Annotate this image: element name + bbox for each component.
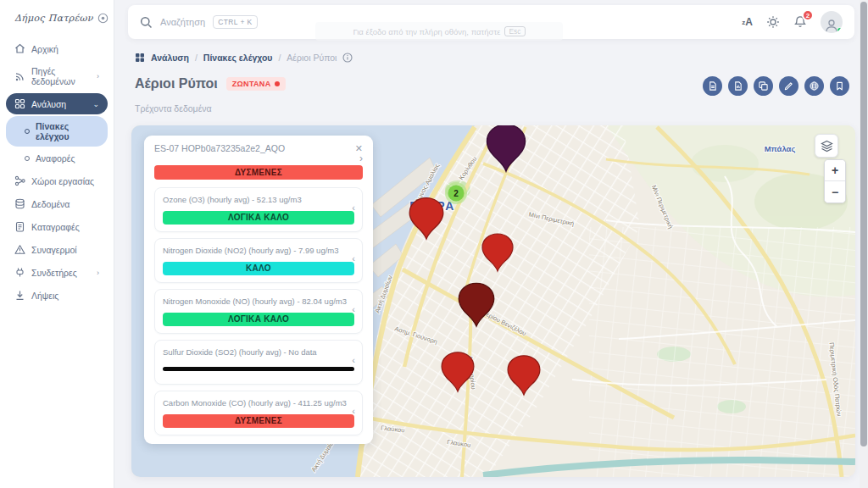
breadcrumb: Ανάλυση / Πίνακες ελέγχου / Αέριοι Ρύποι	[135, 53, 353, 63]
live-dot-icon	[275, 81, 280, 86]
map-label: Μπάλας	[765, 144, 796, 153]
metric-status-bar: ΔΥΣΜΕΝΕΣ	[163, 414, 354, 428]
metric-status-bar: ΛΟΓΙΚΑ ΚΑΛΟ	[163, 313, 354, 326]
overall-status-bar: ΔΥΣΜΕΝΕΣ	[154, 165, 363, 180]
edit-button[interactable]	[779, 76, 798, 96]
notifications-bell-icon[interactable]: 2	[793, 15, 807, 29]
sidebar-item-workspaces[interactable]: Χώροι εργασίας	[6, 170, 108, 191]
zoom-out-button[interactable]: −	[825, 181, 845, 202]
bullet-icon	[25, 129, 30, 134]
metric-label: Sulfur Dioxide (SO2) (hourly avg) - No d…	[163, 347, 354, 357]
map-layers-button[interactable]	[815, 134, 838, 158]
sidebar-item-data[interactable]: Δεδομένα	[6, 193, 108, 214]
header-action-buttons	[703, 76, 849, 96]
sidebar-item-dashboards[interactable]: Πίνακες ελέγχου	[6, 116, 108, 147]
theme-sun-icon[interactable]	[766, 15, 780, 29]
chevron-right-icon: ›	[97, 72, 99, 80]
sidebar-item-logs[interactable]: Καταγραφές	[6, 216, 108, 237]
metric-collapse-chevron[interactable]: ‹	[352, 253, 355, 263]
sidebar-item-home[interactable]: Αρχική	[6, 38, 108, 59]
sidebar: Δήμος Πατρέων Αρχική Πηγές δεδομένων › Α…	[0, 0, 114, 488]
page-scrollbar	[860, 0, 868, 488]
chevron-right-icon: ›	[97, 269, 99, 277]
alert-icon	[14, 244, 25, 255]
bullet-icon	[25, 156, 30, 161]
topbar-actions: zA 2	[742, 11, 843, 33]
metric-status-bar: ΛΟΓΙΚΑ ΚΑΛΟ	[163, 211, 354, 225]
sidebar-item-data-sources[interactable]: Πηγές δεδομένων ›	[6, 61, 108, 92]
dashboard-icon	[14, 98, 25, 109]
sidebar-item-label: Πίνακες ελέγχου	[36, 121, 99, 141]
sensor-panel: ES-07 HOPb0a73235a2e2_AQO ✕ › ΔΥΣΜΕΝΕΣ O…	[144, 136, 373, 444]
brand-name: Δήμος Πατρέων	[14, 13, 93, 24]
metric-label: Nitrogen Monoxide (NO) (hourly avg) - 82…	[163, 297, 354, 306]
sidebar-collapse-icon[interactable]	[97, 13, 108, 24]
metric-card: Ozone (O3) (hourly avg) - 52.13 ug/m3‹ΛΟ…	[154, 187, 363, 232]
home-icon	[14, 43, 25, 54]
breadcrumb-analysis[interactable]: Ανάλυση	[151, 53, 189, 63]
sidebar-item-label: Λήψεις	[31, 291, 58, 301]
metric-collapse-chevron[interactable]: ‹	[352, 355, 355, 365]
search-icon	[140, 16, 153, 29]
layers-icon	[821, 140, 833, 152]
copy-button[interactable]	[754, 76, 773, 96]
sidebar-item-connectors[interactable]: Συνδετήρες ›	[6, 262, 108, 283]
metric-status-bar: ΚΑΛΟ	[163, 262, 354, 275]
language-icon[interactable]: zA	[742, 16, 753, 28]
sidebar-item-alarms[interactable]: Συναγερμοί	[6, 239, 108, 260]
search-shortcut-badge: CTRL + K	[213, 15, 257, 29]
sidebar-item-label: Συναγερμοί	[31, 245, 77, 255]
svg-text:2: 2	[453, 189, 459, 198]
metric-collapse-chevron[interactable]: ‹	[352, 202, 355, 213]
sidebar-item-reports[interactable]: Αναφορές	[6, 148, 108, 169]
panel-expand-chevron[interactable]: ›	[154, 154, 363, 163]
export-report-button[interactable]	[728, 76, 748, 96]
globe-share-button[interactable]	[804, 76, 824, 96]
sidebar-item-label: Πηγές δεδομένων	[31, 66, 91, 86]
scrollbar-thumb[interactable]	[860, 2, 867, 446]
metric-status-bar	[163, 367, 354, 371]
sidebar-item-label: Δεδομένα	[31, 199, 70, 209]
metric-label: Ozone (O3) (hourly avg) - 52.13 ug/m3	[163, 195, 354, 204]
sidebar-item-label: Αρχική	[31, 44, 58, 54]
metric-collapse-chevron[interactable]: ‹	[352, 304, 355, 314]
sidebar-item-label: Αναφορές	[36, 153, 75, 164]
sidebar-item-label: Συνδετήρες	[31, 268, 77, 278]
connector-icon	[14, 267, 25, 278]
bookmark-save-button[interactable]	[830, 76, 849, 96]
avatar[interactable]	[821, 11, 843, 33]
metric-card: Sulfur Dioxide (SO2) (hourly avg) - No d…	[154, 340, 363, 385]
breadcrumb-current: Αέριοι Ρύποι	[287, 53, 337, 63]
close-icon[interactable]: ✕	[355, 144, 363, 153]
sidebar-item-downloads[interactable]: Λήψεις	[6, 285, 108, 306]
sidebar-item-analysis[interactable]: Ανάλυση ⌄	[6, 93, 108, 114]
metric-list: Ozone (O3) (hourly avg) - 52.13 ug/m3‹ΛΟ…	[154, 187, 363, 435]
metric-card: Nitrogen Monoxide (NO) (hourly avg) - 82…	[154, 289, 363, 334]
notifications-count-badge: 2	[802, 9, 814, 21]
export-document-button[interactable]	[703, 76, 722, 96]
dashboard-grid-icon	[135, 53, 145, 63]
metric-label: Carbon Monoxide (CO) (hourly avg) - 411.…	[163, 398, 354, 408]
metric-collapse-chevron[interactable]: ‹	[352, 406, 355, 416]
zoom-in-button[interactable]: +	[825, 160, 845, 181]
sidebar-nav: Αρχική Πηγές δεδομένων › Ανάλυση ⌄ Πίνακ…	[0, 33, 114, 311]
live-status-badge: ΖΩΝΤΑΝΑ	[226, 77, 287, 91]
metric-card: Nitrogen Dioxide (NO2) (hourly avg) - 7.…	[154, 238, 363, 283]
brand-row: Δήμος Πατρέων	[0, 0, 114, 33]
search-input[interactable]: Αναζήτηση CTRL + K	[140, 15, 742, 29]
database-icon	[14, 198, 25, 209]
sensor-title: ES-07 HOPb0a73235a2e2_AQO	[154, 143, 285, 153]
online-status-dot	[837, 27, 843, 33]
metric-card: Carbon Monoxide (CO) (hourly avg) - 411.…	[154, 391, 363, 435]
sidebar-item-label: Ανάλυση	[31, 99, 66, 109]
map-container: ΠΑΤΡΑΜπάλαςΟθωνος-ΑμαλίαςΚορίνθουΜίνι Πε…	[131, 125, 855, 477]
page-subtitle: Τρέχοντα δεδομένα	[135, 103, 212, 114]
breadcrumb-dashboards[interactable]: Πίνακες ελέγχου	[203, 53, 273, 63]
chevron-down-icon: ⌄	[92, 100, 99, 108]
signal-icon	[14, 71, 25, 82]
map-cluster-marker[interactable]: 2	[445, 182, 467, 204]
download-icon	[14, 290, 25, 301]
info-icon[interactable]	[342, 53, 353, 63]
live-badge-label: ΖΩΝΤΑΝΑ	[232, 80, 271, 88]
sidebar-item-label: Καταγραφές	[31, 222, 80, 232]
